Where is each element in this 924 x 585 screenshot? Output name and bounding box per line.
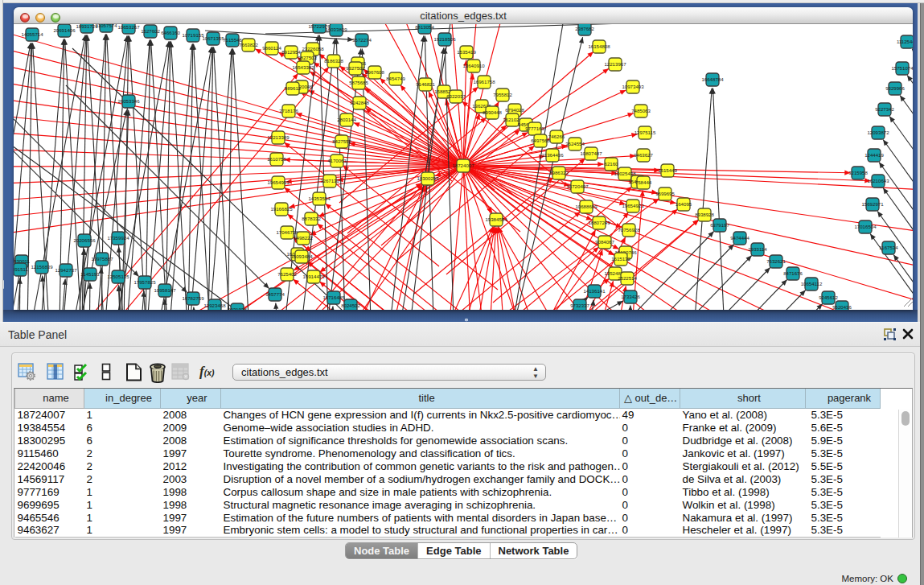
svg-text:19654953: 19654953 (267, 179, 290, 185)
svg-text:18807249: 18807249 (588, 220, 610, 225)
svg-text:18724007: 18724007 (452, 163, 474, 168)
svg-text:7632621: 7632621 (766, 258, 786, 264)
svg-text:9329966: 9329966 (885, 85, 905, 91)
svg-text:16154808: 16154808 (588, 43, 610, 49)
svg-text:12093872: 12093872 (867, 130, 889, 135)
svg-text:15751074: 15751074 (891, 65, 913, 71)
svg-text:13640910: 13640910 (462, 63, 485, 68)
svg-text:2933114: 2933114 (748, 246, 767, 252)
svg-text:2967608: 2967608 (365, 69, 384, 75)
svg-text:12213389: 12213389 (267, 134, 290, 140)
svg-text:16782759: 16782759 (182, 295, 204, 301)
svg-text:7625402: 7625402 (277, 271, 297, 277)
svg-text:1515449: 1515449 (658, 167, 677, 173)
svg-text:18300295: 18300295 (417, 175, 439, 181)
svg-text:7955812: 7955812 (493, 92, 512, 97)
svg-text:14353594: 14353594 (308, 196, 331, 201)
svg-text:8471676: 8471676 (783, 270, 803, 276)
svg-text:21364436: 21364436 (541, 152, 564, 158)
svg-text:9245612: 9245612 (819, 295, 838, 300)
svg-text:9227342: 9227342 (875, 106, 894, 112)
svg-text:1610755: 1610755 (267, 156, 286, 162)
svg-text:9699695: 9699695 (655, 191, 675, 196)
svg-text:9732337: 9732337 (570, 303, 589, 308)
svg-text:12923468: 12923468 (203, 303, 226, 308)
svg-text:9827503: 9827503 (298, 55, 317, 60)
svg-text:17046738: 17046738 (276, 229, 298, 235)
svg-text:10719155: 10719155 (182, 32, 204, 38)
svg-text:9031938: 9031938 (228, 307, 247, 310)
svg-text:14136141: 14136141 (583, 288, 606, 294)
svg-text:9474444: 9474444 (730, 235, 749, 241)
svg-text:8878332: 8878332 (302, 216, 321, 221)
svg-text:7663822: 7663822 (239, 42, 258, 47)
svg-text:11125440: 11125440 (897, 39, 913, 44)
svg-text:6497568: 6497568 (531, 138, 550, 143)
svg-text:2387682: 2387682 (575, 26, 594, 31)
svg-text:6794028: 6794028 (505, 107, 524, 113)
svg-text:2803144: 2803144 (337, 117, 356, 122)
svg-text:19166825: 19166825 (270, 206, 293, 212)
svg-text:6379197: 6379197 (710, 222, 729, 228)
svg-text:8813054: 8813054 (415, 24, 434, 30)
svg-text:17957825: 17957825 (133, 279, 156, 285)
svg-text:26053346: 26053346 (117, 98, 140, 104)
svg-text:6322037: 6322037 (446, 93, 466, 99)
svg-text:1244419: 1244419 (864, 152, 884, 158)
svg-text:989612: 989612 (285, 85, 302, 91)
svg-text:10973493: 10973493 (622, 84, 644, 89)
svg-text:20206556: 20206556 (73, 237, 96, 243)
svg-text:15716485: 15716485 (322, 295, 345, 300)
svg-text:164095: 164095 (676, 201, 692, 207)
svg-text:3624554: 3624554 (565, 141, 585, 146)
svg-text:746266: 746266 (548, 134, 565, 139)
svg-text:9327502: 9327502 (346, 65, 365, 71)
svg-text:758444: 758444 (635, 179, 652, 185)
svg-text:7485063: 7485063 (631, 108, 651, 113)
svg-text:3572274: 3572274 (352, 37, 372, 43)
svg-text:1145193: 1145193 (80, 271, 100, 277)
svg-text:1535419: 1535419 (457, 49, 476, 55)
svg-text:2522514: 2522514 (618, 275, 637, 281)
svg-text:23226058: 23226058 (302, 46, 324, 51)
svg-text:62160: 62160 (605, 161, 619, 167)
svg-text:1167534: 1167534 (879, 245, 898, 250)
svg-text:16914479: 16914479 (302, 274, 325, 279)
svg-text:9084067: 9084067 (595, 239, 614, 245)
svg-text:391511: 391511 (14, 266, 29, 272)
svg-text:19384554: 19384554 (485, 216, 507, 222)
svg-text:9777169: 9777169 (525, 126, 544, 131)
svg-text:12213967: 12213967 (604, 61, 626, 67)
svg-text:10654112: 10654112 (801, 281, 823, 286)
svg-text:3215958: 3215958 (848, 170, 868, 175)
svg-text:10688609: 10688609 (575, 204, 598, 209)
svg-text:9463627: 9463627 (634, 152, 653, 158)
svg-text:9242848: 9242848 (350, 100, 369, 105)
svg-text:8024502: 8024502 (341, 303, 360, 308)
svg-text:12156839: 12156839 (31, 264, 53, 270)
svg-text:10807487: 10807487 (580, 150, 602, 156)
svg-text:9860124: 9860124 (262, 45, 281, 51)
svg-text:2718176: 2718176 (279, 108, 298, 113)
svg-text:8938928: 8938928 (695, 212, 714, 217)
svg-text:8990448: 8990448 (483, 109, 502, 115)
svg-text:9520436: 9520436 (832, 304, 852, 310)
svg-text:10671355: 10671355 (202, 35, 224, 41)
svg-text:12942737: 12942737 (55, 267, 77, 273)
svg-text:15692971: 15692971 (861, 201, 884, 207)
svg-text:20691406: 20691406 (53, 27, 76, 33)
svg-text:19654923: 19654923 (622, 203, 644, 208)
svg-text:16648784: 16648784 (701, 76, 724, 82)
svg-text:5875685: 5875685 (349, 80, 368, 85)
svg-text:17016504: 17016504 (854, 224, 877, 229)
svg-text:16093484: 16093484 (290, 253, 313, 259)
svg-text:3267130: 3267130 (320, 178, 339, 183)
svg-text:9457774: 9457774 (265, 291, 285, 297)
svg-text:10653267: 10653267 (117, 24, 140, 30)
svg-text:15720407: 15720407 (566, 183, 589, 189)
svg-text:12505135: 12505135 (107, 274, 129, 279)
svg-text:7986322: 7986322 (549, 170, 569, 175)
svg-text:16033809: 16033809 (325, 27, 347, 32)
svg-text:70756928: 70756928 (618, 227, 640, 233)
svg-text:8186328: 8186328 (324, 58, 343, 64)
